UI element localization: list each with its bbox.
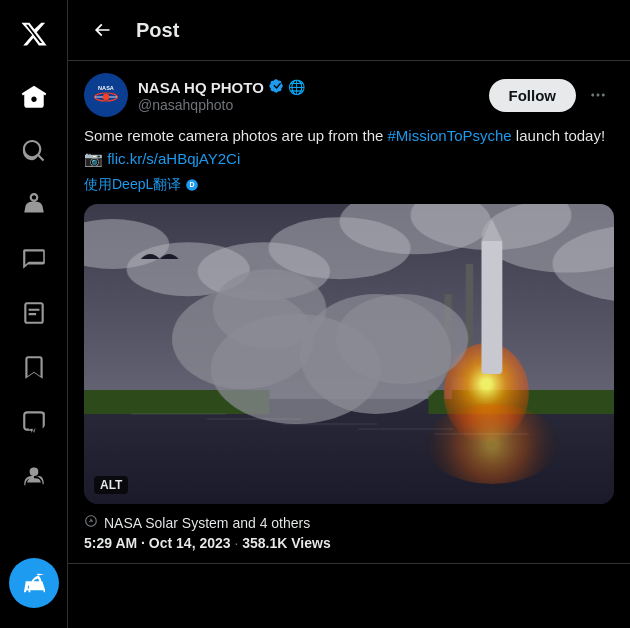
compose-button[interactable]: [9, 558, 59, 608]
author-names: NASA HQ PHOTO 🌐 @nasahqphoto: [138, 78, 305, 113]
timestamp: 5:29 AM · Oct 14, 2023: [84, 535, 231, 551]
svg-text:D: D: [190, 181, 195, 188]
follow-button[interactable]: Follow: [489, 79, 577, 112]
globe-icon: 🌐: [288, 79, 305, 95]
username[interactable]: @nasahqphoto: [138, 97, 305, 113]
page-title: Post: [136, 19, 179, 42]
author-row: NASA NASA HQ PHOTO 🌐: [84, 73, 614, 117]
sidebar-item-messages[interactable]: [9, 234, 59, 284]
views: 358.1K Views: [242, 535, 330, 551]
svg-point-4: [103, 94, 109, 100]
verified-icon: [268, 78, 284, 97]
timestamp-row: 5:29 AM · Oct 14, 2023 · 358.1K Views: [84, 535, 614, 551]
back-button[interactable]: [84, 12, 120, 48]
post-link[interactable]: flic.kr/s/aHBqjAY2Ci: [107, 150, 240, 167]
avatar[interactable]: NASA: [84, 73, 128, 117]
x-logo: [12, 12, 56, 60]
sidebar-item-communities[interactable]: [9, 396, 59, 446]
sidebar: [0, 0, 68, 628]
author-actions: Follow: [489, 79, 615, 112]
display-name-row: NASA HQ PHOTO 🌐: [138, 78, 305, 97]
community-row: NASA Solar System and 4 others: [84, 514, 614, 531]
sidebar-item-notifications[interactable]: [9, 180, 59, 230]
sidebar-item-search[interactable]: [9, 126, 59, 176]
post-container: NASA NASA HQ PHOTO 🌐: [68, 61, 630, 564]
sidebar-item-bookmarks[interactable]: [9, 342, 59, 392]
post-image[interactable]: ALT: [84, 204, 614, 504]
translate-row: 使用DeepL翻译 D: [84, 176, 614, 194]
post-text: Some remote camera photos are up from th…: [84, 125, 614, 170]
sidebar-item-home[interactable]: [9, 72, 59, 122]
translate-link[interactable]: 使用DeepL翻译 D: [84, 176, 614, 194]
community-text[interactable]: NASA Solar System and 4 others: [104, 515, 310, 531]
author-info: NASA NASA HQ PHOTO 🌐: [84, 73, 305, 117]
post-prefix: Some remote camera photos are up from th…: [84, 127, 387, 144]
more-options-button[interactable]: [582, 79, 614, 111]
community-icon: [84, 514, 98, 531]
display-name[interactable]: NASA HQ PHOTO: [138, 79, 264, 96]
main-content: Post NASA NASA HQ PHOTO: [68, 0, 630, 628]
translate-text: 使用DeepL翻译: [84, 176, 181, 194]
sidebar-item-lists[interactable]: [9, 288, 59, 338]
sidebar-item-profile[interactable]: [9, 450, 59, 500]
post-hashtag[interactable]: #MissionToPsyche: [387, 127, 511, 144]
svg-text:NASA: NASA: [98, 85, 114, 91]
alt-badge[interactable]: ALT: [94, 476, 128, 494]
post-header: Post: [68, 0, 630, 61]
